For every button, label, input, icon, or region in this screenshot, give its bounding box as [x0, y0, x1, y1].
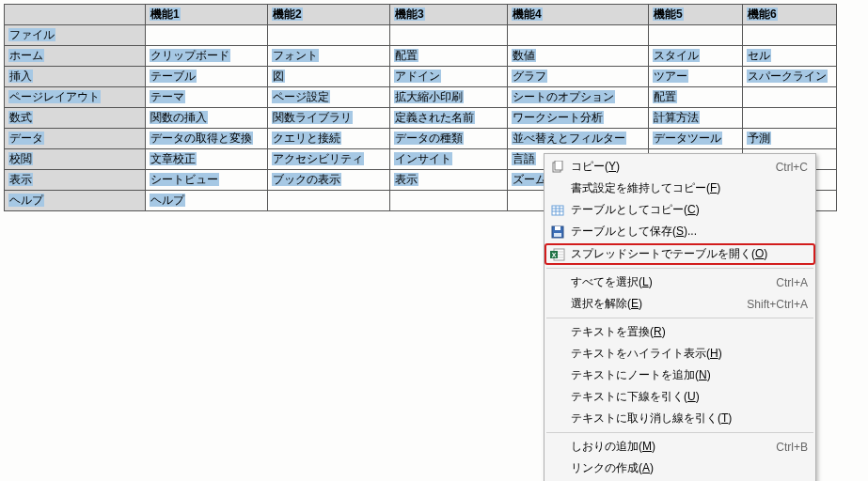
data-cell: 並べ替えとフィルター — [508, 129, 649, 149]
header-cell: 機能4 — [508, 5, 649, 25]
data-cell: テーマ — [146, 87, 268, 108]
menu-label: 書式設定を維持してコピー(F) — [571, 180, 808, 196]
data-cell: アドイン — [390, 67, 508, 87]
menu-separator — [546, 268, 813, 269]
data-cell: シートビュー — [146, 170, 268, 191]
excel-icon: X — [548, 247, 567, 262]
header-cell — [5, 5, 146, 25]
data-cell — [649, 25, 743, 46]
svg-text:X: X — [552, 251, 557, 257]
header-cell: 機能5 — [649, 5, 743, 25]
table-row: ファイル — [5, 25, 837, 46]
data-cell: 定義された名前 — [390, 108, 508, 129]
menu-add-note[interactable]: テキストにノートを追加(N) — [544, 365, 815, 386]
shortcut: Ctrl+C — [776, 161, 808, 174]
data-cell: 予測 — [743, 129, 837, 149]
menu-create-link[interactable]: リンクの作成(A) — [544, 458, 815, 479]
menu-label: 選択を解除(E) — [571, 296, 739, 312]
menu-save-table[interactable]: テーブルとして保存(S)... — [544, 221, 815, 242]
menu-highlight-text[interactable]: テキストをハイライト表示(H) — [544, 343, 815, 365]
data-cell: ツアー — [649, 67, 743, 87]
menu-select-all[interactable]: すべてを選択(L) Ctrl+A — [544, 272, 815, 293]
data-cell — [508, 25, 649, 46]
data-cell: シートのオプション — [508, 87, 649, 108]
data-cell — [743, 87, 837, 108]
data-cell: データの取得と変換 — [146, 129, 268, 149]
table-row: 挿入テーブル図アドイングラフツアースパークライン — [5, 67, 837, 87]
data-cell: 図 — [268, 67, 390, 87]
header-cell: 機能3 — [390, 5, 508, 25]
data-cell — [390, 25, 508, 46]
menu-add-bookmark[interactable]: しおりの追加(M) Ctrl+B — [544, 436, 815, 458]
data-cell: テーブル — [146, 67, 268, 87]
menu-label: リンクの作成(A) — [571, 460, 808, 476]
table-row: ホームクリップボードフォント配置数値スタイルセル — [5, 46, 837, 67]
data-cell: データの種類 — [390, 129, 508, 149]
data-cell: データツール — [649, 129, 743, 149]
menu-copy[interactable]: コピー(Y) Ctrl+C — [544, 156, 815, 178]
row-header-cell: 挿入 — [5, 67, 146, 87]
menu-label: テキストをハイライト表示(H) — [571, 346, 808, 362]
svg-rect-9 — [554, 233, 561, 237]
row-header-cell: 校閲 — [5, 149, 146, 170]
table-row: ページレイアウトテーマページ設定拡大縮小印刷シートのオプション配置 — [5, 87, 837, 108]
header-cell: 機能6 — [743, 5, 837, 25]
svg-rect-1 — [555, 161, 562, 170]
header-cell: 機能1 — [146, 5, 268, 25]
row-header-cell: 数式 — [5, 108, 146, 129]
menu-label: テキストに取り消し線を引く(T) — [571, 411, 808, 427]
data-cell: フォント — [268, 46, 390, 67]
data-cell: 表示 — [390, 170, 508, 191]
data-cell: アクセシビリティ — [268, 149, 390, 170]
menu-label: テキストに下線を引く(U) — [571, 389, 808, 405]
data-cell: グラフ — [508, 67, 649, 87]
data-cell: ワークシート分析 — [508, 108, 649, 129]
data-cell: インサイト — [390, 149, 508, 170]
data-cell: 拡大縮小印刷 — [390, 87, 508, 108]
svg-rect-8 — [555, 226, 560, 230]
save-icon — [548, 225, 567, 240]
shortcut: Ctrl+B — [776, 441, 808, 454]
table-icon — [548, 203, 567, 218]
menu-copy-format[interactable]: 書式設定を維持してコピー(F) — [544, 178, 815, 199]
menu-strike-text[interactable]: テキストに取り消し線を引く(T) — [544, 408, 815, 429]
data-cell: ページ設定 — [268, 87, 390, 108]
menu-separator — [546, 432, 813, 433]
data-cell: クリップボード — [146, 46, 268, 67]
menu-label: テーブルとしてコピー(C) — [571, 202, 808, 218]
menu-label: しおりの追加(M) — [571, 439, 768, 455]
data-cell: 数値 — [508, 46, 649, 67]
menu-label: テキストにノートを追加(N) — [571, 367, 808, 383]
data-cell — [146, 25, 268, 46]
row-header-cell: ホーム — [5, 46, 146, 67]
row-header-cell: ページレイアウト — [5, 87, 146, 108]
menu-separator — [546, 318, 813, 318]
menu-deselect[interactable]: 選択を解除(E) Shift+Ctrl+A — [544, 293, 815, 315]
data-cell — [268, 25, 390, 46]
data-cell: ヘルプ — [146, 191, 268, 211]
data-cell: スパークライン — [743, 67, 837, 87]
data-cell — [743, 25, 837, 46]
menu-open-spreadsheet[interactable]: X スプレッドシートでテーブルを開く(O) — [544, 243, 815, 265]
menu-underline-text[interactable]: テキストに下線を引く(U) — [544, 386, 815, 408]
data-cell: 関数の挿入 — [146, 108, 268, 129]
row-header-cell: ヘルプ — [5, 191, 146, 211]
data-cell — [743, 108, 837, 129]
data-cell: 文章校正 — [146, 149, 268, 170]
row-header-cell: ファイル — [5, 25, 146, 46]
menu-label: テキストを置換(R) — [571, 324, 808, 340]
data-cell — [268, 191, 390, 211]
data-cell: 配置 — [649, 87, 743, 108]
menu-replace-text[interactable]: テキストを置換(R) — [544, 321, 815, 343]
data-cell: スタイル — [649, 46, 743, 67]
table-header-row: 機能1 機能2 機能3 機能4 機能5 機能6 — [5, 5, 837, 25]
menu-copy-table[interactable]: テーブルとしてコピー(C) — [544, 199, 815, 221]
context-menu: コピー(Y) Ctrl+C 書式設定を維持してコピー(F) テーブルとしてコピー… — [544, 153, 816, 481]
shortcut: Ctrl+A — [776, 276, 808, 289]
data-cell: 関数ライブラリ — [268, 108, 390, 129]
row-header-cell: 表示 — [5, 170, 146, 191]
table-row: データデータの取得と変換クエリと接続データの種類並べ替えとフィルターデータツール… — [5, 129, 837, 149]
row-header-cell: データ — [5, 129, 146, 149]
data-cell: 配置 — [390, 46, 508, 67]
data-cell: セル — [743, 46, 837, 67]
